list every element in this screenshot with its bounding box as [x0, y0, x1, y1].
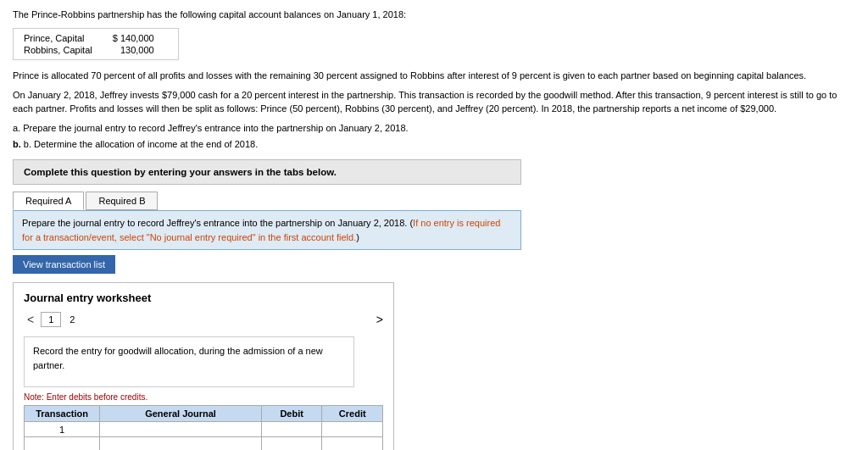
col-header-debit: Debit — [261, 406, 322, 422]
capital-row: Prince, Capital$ 140,000 — [20, 32, 171, 44]
credit-cell[interactable] — [322, 422, 383, 437]
col-header-credit: Credit — [322, 406, 383, 422]
worksheet-title: Journal entry worksheet — [24, 292, 383, 304]
capital-amount: $ 140,000 — [109, 32, 171, 44]
credit-cell[interactable] — [322, 437, 383, 450]
capital-amount: 130,000 — [109, 44, 171, 56]
debit-input[interactable] — [265, 425, 319, 435]
table-row: 1 — [25, 422, 383, 437]
next-page-label: 2 — [64, 313, 80, 326]
tab-content: Prepare the journal entry to record Jeff… — [13, 210, 521, 250]
question-list: a. Prepare the journal entry to record J… — [13, 121, 855, 153]
tab-content-text-plain: Prepare the journal entry to record Jeff… — [22, 218, 500, 242]
complete-box: Complete this question by entering your … — [13, 159, 521, 185]
tabs-row: Required A Required B — [13, 192, 855, 210]
capital-name: Prince, Capital — [20, 32, 109, 44]
entry-description: Record the entry for goodwill allocation… — [24, 336, 354, 387]
tab-required-b[interactable]: Required B — [86, 192, 158, 210]
tab-content-orange: If no entry is required for a transactio… — [22, 218, 500, 242]
capital-name: Robbins, Capital — [20, 44, 109, 56]
general-journal-input[interactable] — [103, 440, 258, 450]
worksheet-nav: < 1 2 > — [24, 311, 383, 328]
col-header-transaction: Transaction — [25, 406, 100, 422]
paragraph1: Prince is allocated 70 percent of all pr… — [13, 69, 855, 83]
credit-input[interactable] — [326, 440, 379, 450]
question-a: a. Prepare the journal entry to record J… — [13, 121, 855, 136]
transaction-cell: 1 — [25, 422, 100, 437]
view-transaction-button[interactable]: View transaction list — [13, 255, 115, 274]
next-page-button[interactable]: > — [376, 313, 383, 326]
general-journal-cell[interactable] — [100, 437, 262, 450]
journal-table: Transaction General Journal Debit Credit… — [24, 405, 383, 450]
journal-entry-worksheet: Journal entry worksheet < 1 2 > Record t… — [13, 282, 394, 450]
general-journal-cell[interactable] — [100, 422, 262, 437]
credit-input[interactable] — [326, 425, 379, 435]
table-row — [25, 437, 383, 450]
tab-required-a[interactable]: Required A — [13, 192, 84, 210]
debit-cell[interactable] — [261, 437, 322, 450]
debit-cell[interactable] — [261, 422, 322, 437]
debit-input[interactable] — [265, 440, 319, 450]
intro-header: The Prince-Robbins partnership has the f… — [13, 8, 855, 21]
prev-page-button[interactable]: < — [24, 311, 37, 328]
question-b: b. b. Determine the allocation of income… — [13, 137, 855, 153]
transaction-cell — [25, 437, 100, 450]
current-page-box: 1 — [41, 312, 61, 327]
note-text: Note: Enter debits before credits. — [24, 392, 383, 402]
col-header-general-journal: General Journal — [100, 406, 262, 422]
capital-table: Prince, Capital$ 140,000Robbins, Capital… — [13, 28, 179, 60]
capital-row: Robbins, Capital130,000 — [20, 44, 171, 56]
paragraph2: On January 2, 2018, Jeffrey invests $79,… — [13, 88, 855, 116]
general-journal-input[interactable] — [103, 425, 258, 435]
